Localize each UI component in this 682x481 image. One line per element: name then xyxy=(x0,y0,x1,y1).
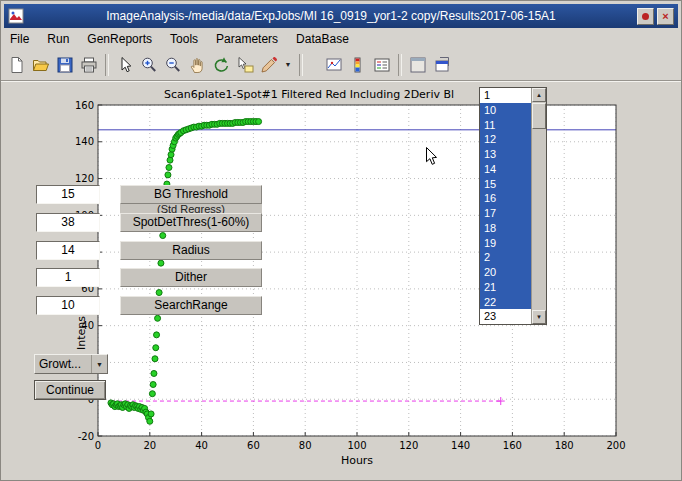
param-label-searchrange: SearchRange xyxy=(120,296,262,315)
toolbar: ▼ xyxy=(1,49,681,81)
title-bar: ImageAnalysis-/media/data/ExpJobs/MI 16_… xyxy=(4,4,678,28)
data-cursor-icon xyxy=(235,55,255,75)
param-input-bg-threshold[interactable]: 15 xyxy=(36,185,100,204)
zoom-out-icon xyxy=(163,55,183,75)
spot-number-listbox: 110111213141516171819220212223 ▲ ▼ xyxy=(479,87,547,325)
svg-text:100: 100 xyxy=(347,440,366,451)
dock-figure-icon xyxy=(432,55,452,75)
param-label-spotdetthres-1-60-: SpotDetThres(1-60%) xyxy=(120,213,262,232)
listbox-item-17[interactable]: 17 xyxy=(480,206,531,221)
menu-database[interactable]: DataBase xyxy=(287,30,358,48)
svg-text:120: 120 xyxy=(75,173,94,184)
listbox-item-1[interactable]: 1 xyxy=(480,88,531,103)
growth-mode-dropdown[interactable]: Growt... ▼ xyxy=(34,354,108,374)
menu-bar: FileRunGenReportsToolsParametersDataBase xyxy=(1,28,681,50)
param-input-dither[interactable]: 1 xyxy=(36,268,100,287)
menu-genreports[interactable]: GenReports xyxy=(78,30,161,48)
printer-icon xyxy=(79,55,99,75)
menu-file[interactable]: File xyxy=(1,30,38,48)
save-figure-button[interactable] xyxy=(54,54,76,76)
svg-text:60: 60 xyxy=(247,440,260,451)
dock-figure-button[interactable] xyxy=(431,54,453,76)
svg-text:140: 140 xyxy=(75,136,94,147)
toolbar-separator xyxy=(299,54,303,76)
plot-area[interactable]: 020406080100120140160180200-200204060801… xyxy=(1,86,682,481)
toolbar-separator xyxy=(398,54,402,76)
menu-parameters[interactable]: Parameters xyxy=(207,30,287,48)
growth-mode-label: Growt... xyxy=(35,357,91,371)
link-plots-icon xyxy=(324,55,344,75)
param-label-radius: Radius xyxy=(120,241,262,260)
chevron-down-icon: ▼ xyxy=(285,61,292,68)
param-input-searchrange[interactable]: 10 xyxy=(36,296,100,315)
rotate-icon xyxy=(211,55,231,75)
svg-text:180: 180 xyxy=(555,440,574,451)
brush-icon xyxy=(259,55,279,75)
svg-text:160: 160 xyxy=(75,100,94,111)
listbox-item-22[interactable]: 22 xyxy=(480,295,531,310)
pointer-icon xyxy=(115,55,135,75)
colorbar-icon xyxy=(348,55,368,75)
svg-text:-20: -20 xyxy=(78,431,94,442)
link-plots-button[interactable] xyxy=(323,54,345,76)
minimize-button[interactable] xyxy=(637,8,654,25)
new-figure-button[interactable] xyxy=(6,54,28,76)
listbox-item-23[interactable]: 23 xyxy=(480,309,531,324)
combo-arrow-button[interactable]: ▼ xyxy=(91,355,107,373)
svg-text:0: 0 xyxy=(95,440,101,451)
listbox-item-11[interactable]: 11 xyxy=(480,118,531,133)
zoom-out-button[interactable] xyxy=(162,54,184,76)
data-cursor-button[interactable] xyxy=(234,54,256,76)
print-figure-button[interactable] xyxy=(78,54,100,76)
close-button[interactable]: × xyxy=(657,8,674,25)
open-file-button[interactable] xyxy=(30,54,52,76)
window-title: ImageAnalysis-/media/data/ExpJobs/MI 16_… xyxy=(28,9,634,23)
minimize-icon xyxy=(642,13,649,20)
svg-text:80: 80 xyxy=(299,440,312,451)
rotate-3d-button[interactable] xyxy=(210,54,232,76)
svg-text:140: 140 xyxy=(451,440,470,451)
listbox-item-12[interactable]: 12 xyxy=(480,132,531,147)
listbox-item-18[interactable]: 18 xyxy=(480,221,531,236)
param-input-spotdetthres-1-60-[interactable]: 38 xyxy=(36,213,100,232)
scroll-up-icon[interactable]: ▲ xyxy=(532,88,546,102)
edit-plot-button[interactable] xyxy=(114,54,136,76)
listbox-item-21[interactable]: 21 xyxy=(480,280,531,295)
svg-text:Scan6plate1-Spot#1 Filtered Re: Scan6plate1-Spot#1 Filtered Red Includin… xyxy=(164,88,454,101)
listbox-item-20[interactable]: 20 xyxy=(480,265,531,280)
svg-text:160: 160 xyxy=(503,440,522,451)
toolbar-separator xyxy=(105,54,109,76)
svg-text:Hours: Hours xyxy=(341,454,373,467)
scroll-down-icon[interactable]: ▼ xyxy=(532,310,546,324)
listbox-item-14[interactable]: 14 xyxy=(480,162,531,177)
listbox-item-19[interactable]: 19 xyxy=(480,236,531,251)
figure-area: 020406080100120140160180200-200204060801… xyxy=(1,81,682,481)
legend-icon xyxy=(372,55,392,75)
listbox-items: 110111213141516171819220212223 xyxy=(480,88,531,324)
listbox-item-2[interactable]: 2 xyxy=(480,250,531,265)
listbox-scrollbar[interactable]: ▲ ▼ xyxy=(531,88,546,324)
listbox-item-16[interactable]: 16 xyxy=(480,191,531,206)
brush-dropdown-button[interactable]: ▼ xyxy=(282,54,294,76)
menu-tools[interactable]: Tools xyxy=(161,30,207,48)
brush-data-button[interactable] xyxy=(258,54,280,76)
insert-colorbar-button[interactable] xyxy=(347,54,369,76)
continue-button[interactable]: Continue xyxy=(34,380,106,400)
param-label-bg-threshold: BG Threshold xyxy=(120,185,262,204)
hide-plot-tools-button[interactable] xyxy=(407,54,429,76)
svg-text:40: 40 xyxy=(195,440,208,451)
app-icon xyxy=(8,8,24,24)
hand-icon xyxy=(187,55,207,75)
param-sublabel: (Std Regress) xyxy=(120,204,262,213)
pan-button[interactable] xyxy=(186,54,208,76)
insert-legend-button[interactable] xyxy=(371,54,393,76)
zoom-in-button[interactable] xyxy=(138,54,160,76)
chevron-down-icon: ▼ xyxy=(96,361,103,368)
menu-run[interactable]: Run xyxy=(38,30,78,48)
listbox-item-15[interactable]: 15 xyxy=(480,177,531,192)
listbox-item-10[interactable]: 10 xyxy=(480,103,531,118)
param-input-radius[interactable]: 14 xyxy=(36,241,100,260)
listbox-item-13[interactable]: 13 xyxy=(480,147,531,162)
scrollbar-thumb[interactable] xyxy=(532,103,546,129)
floppy-save-icon xyxy=(55,55,75,75)
